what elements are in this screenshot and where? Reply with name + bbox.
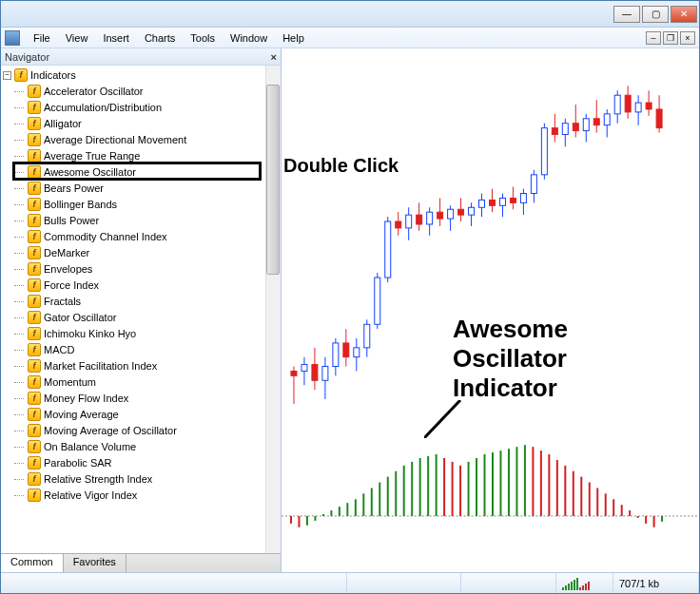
svg-rect-18	[375, 278, 380, 324]
tab-common[interactable]: Common	[1, 554, 64, 572]
tree-item[interactable]: fAccelerator Oscillator	[1, 83, 281, 99]
tree-item[interactable]: fRelative Vigor Index	[1, 487, 281, 503]
svg-rect-34	[458, 209, 464, 215]
svg-rect-48	[531, 175, 536, 194]
svg-rect-28	[427, 212, 433, 224]
svg-rect-12	[343, 343, 349, 357]
mdi-close-button[interactable]: ×	[680, 31, 695, 45]
menu-view[interactable]: View	[58, 29, 96, 47]
tree-item[interactable]: fAlligator	[1, 115, 281, 131]
navigator-close-button[interactable]: ×	[271, 51, 277, 63]
tree-item[interactable]: fAverage Directional Movement	[1, 131, 281, 147]
tree-item[interactable]: fForce Index	[1, 277, 281, 293]
svg-rect-4	[301, 365, 307, 372]
tree-root-indicators[interactable]: − f Indicators	[1, 67, 281, 83]
application-window: — ▢ ✕ File View Insert Charts Tools Wind…	[0, 0, 700, 594]
tree-item[interactable]: fEnvelopes	[1, 260, 281, 277]
tree-item[interactable]: fBollinger Bands	[1, 196, 281, 212]
tree-item[interactable]: fMarket Facilitation Index	[1, 357, 281, 374]
svg-line-0	[424, 400, 460, 438]
indicator-icon: f	[28, 343, 41, 356]
status-cell-empty	[1, 573, 347, 593]
maximize-button[interactable]: ▢	[642, 6, 669, 23]
tree-item-label: Market Facilitation Index	[44, 360, 157, 372]
collapse-icon[interactable]: −	[3, 71, 11, 80]
svg-rect-6	[312, 365, 318, 381]
folder-icon: f	[14, 68, 28, 82]
tree-item-label: Accumulation/Distribution	[44, 102, 162, 113]
navigator-panel: Navigator × − f Indicators fAccelerator …	[1, 48, 282, 572]
tree-item[interactable]: fMoving Average of Oscillator	[1, 422, 281, 438]
tree-item-label: Relative Strength Index	[44, 473, 152, 485]
close-button[interactable]: ✕	[671, 6, 697, 23]
tree-item[interactable]: fMACD	[1, 341, 281, 357]
svg-rect-42	[499, 198, 505, 205]
mdi-minimize-button[interactable]: –	[646, 31, 661, 45]
tree-item[interactable]: fParabolic SAR	[1, 454, 281, 470]
svg-rect-26	[417, 215, 422, 224]
tree-item[interactable]: fDeMarker	[1, 244, 281, 260]
tree-item[interactable]: fCommodity Channel Index	[1, 228, 281, 244]
navigator-tabs: Common Favorites	[1, 553, 281, 572]
annotation-indicator-name: AwesomeOscillatorIndicator	[453, 315, 568, 404]
status-cell	[347, 573, 461, 593]
svg-rect-58	[583, 119, 589, 131]
svg-rect-10	[333, 343, 339, 367]
tree-item[interactable]: fBulls Power	[1, 212, 281, 228]
menu-file[interactable]: File	[26, 29, 58, 47]
navigator-tree[interactable]: − f Indicators fAccelerator OscillatorfA…	[1, 66, 281, 553]
tree-item[interactable]: fOn Balance Volume	[1, 438, 281, 454]
svg-rect-24	[406, 215, 412, 228]
menu-insert[interactable]: Insert	[95, 29, 137, 47]
tree-item-label: MACD	[44, 344, 74, 355]
tree-item[interactable]: fAwesome Oscillator	[1, 163, 281, 180]
indicator-icon: f	[28, 278, 41, 292]
tree-item-label: Commodity Channel Index	[44, 231, 167, 242]
chart-area[interactable]: Double Click AwesomeOscillatorIndicator	[282, 48, 699, 572]
tree-item-label: Average True Range	[44, 150, 140, 162]
menu-help[interactable]: Help	[275, 29, 312, 47]
tree-item[interactable]: fGator Oscillator	[1, 309, 281, 325]
price-chart[interactable]	[282, 48, 699, 572]
navigator-header: Navigator ×	[1, 48, 281, 66]
status-cell	[461, 573, 556, 593]
menu-tools[interactable]: Tools	[183, 29, 223, 47]
scrollbar-thumb[interactable]	[266, 85, 280, 275]
indicator-icon: f	[28, 440, 41, 453]
indicator-icon: f	[28, 85, 41, 98]
tree-item[interactable]: fRelative Strength Index	[1, 470, 281, 487]
svg-rect-60	[593, 119, 599, 125]
minimize-button[interactable]: —	[613, 6, 640, 23]
menu-charts[interactable]: Charts	[137, 29, 183, 47]
indicator-icon: f	[28, 375, 41, 389]
status-bar: 707/1 kb	[1, 572, 699, 593]
annotation-double-click: Double Click	[283, 155, 399, 177]
scrollbar[interactable]	[265, 66, 281, 553]
svg-rect-44	[510, 198, 515, 202]
tree-item-label: Moving Average	[44, 409, 119, 420]
svg-rect-68	[635, 103, 641, 112]
tab-favorites[interactable]: Favorites	[64, 554, 126, 572]
indicator-icon: f	[28, 359, 41, 373]
tree-item[interactable]: fAverage True Range	[1, 147, 281, 163]
tree-item-label: Momentum	[44, 376, 96, 388]
mdi-restore-button[interactable]: ❐	[663, 31, 678, 45]
tree-item[interactable]: fIchimoku Kinko Hyo	[1, 325, 281, 341]
tree-item[interactable]: fBears Power	[1, 180, 281, 196]
tree-item-label: Money Flow Index	[44, 393, 128, 404]
tree-item[interactable]: fMoving Average	[1, 406, 281, 422]
tree-item[interactable]: fMomentum	[1, 374, 281, 390]
indicator-icon: f	[28, 198, 41, 211]
tree-item-label: Gator Oscillator	[44, 312, 116, 323]
tree-item[interactable]: fAccumulation/Distribution	[1, 99, 281, 115]
title-bar: — ▢ ✕	[1, 1, 699, 28]
tree-item[interactable]: fFractals	[1, 293, 281, 309]
tree-item-label: DeMarker	[44, 247, 89, 259]
indicator-icon: f	[28, 424, 41, 437]
tree-item[interactable]: fMoney Flow Index	[1, 390, 281, 406]
menu-window[interactable]: Window	[223, 29, 275, 47]
svg-rect-36	[469, 207, 475, 215]
tree-item-label: Parabolic SAR	[44, 457, 112, 469]
mdi-controls: – ❐ ×	[644, 31, 695, 45]
indicator-icon: f	[28, 327, 41, 340]
